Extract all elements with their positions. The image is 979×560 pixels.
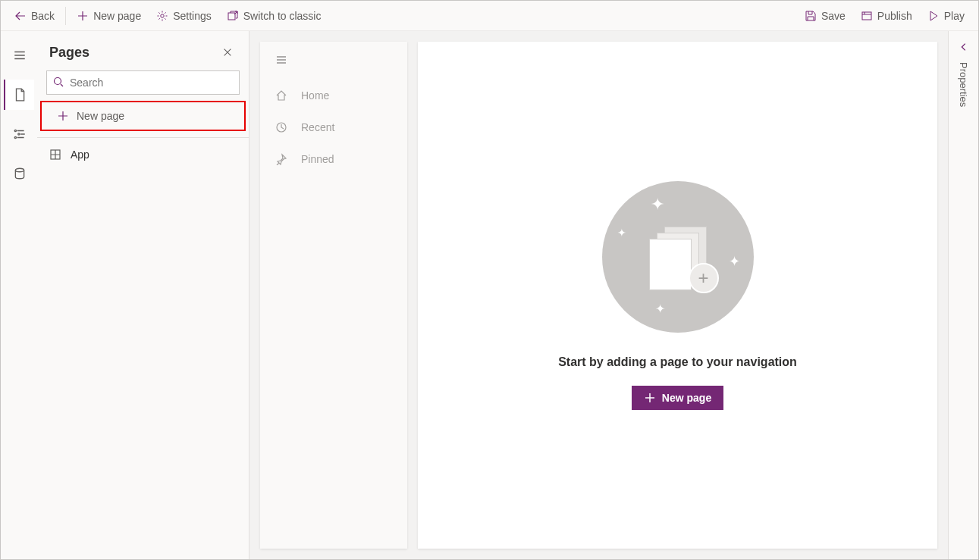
panel-header: Pages (37, 31, 249, 70)
sparkle-icon: ✦ (655, 302, 665, 316)
search-wrap (37, 70, 249, 101)
arrow-left-icon (14, 10, 27, 22)
toolbar-separator (65, 7, 66, 25)
plus-badge-icon: + (689, 263, 719, 293)
hamburger-icon (275, 54, 287, 66)
rail-data-button[interactable] (4, 158, 34, 189)
svg-point-4 (14, 136, 16, 138)
pages-panel: Pages New page App (37, 31, 249, 559)
close-icon (222, 47, 233, 58)
tree-item-app[interactable]: App (37, 141, 249, 168)
nav-item-recent-label: Recent (301, 121, 334, 133)
tree-item-app-label: App (71, 149, 89, 161)
grid-icon (49, 149, 61, 161)
publish-label: Publish (877, 10, 912, 22)
svg-point-5 (18, 133, 20, 135)
new-page-toolbar-button[interactable]: New page (69, 2, 149, 30)
settings-button[interactable]: Settings (149, 2, 219, 30)
page-icon (13, 88, 27, 102)
nav-preview: Home Recent Pinned (260, 42, 407, 549)
publish-button[interactable]: Publish (853, 2, 920, 30)
play-label: Play (944, 10, 965, 22)
panel-new-page-label: New page (77, 110, 124, 122)
rail-tree-button[interactable] (4, 119, 34, 149)
svg-point-0 (161, 14, 164, 17)
panel-new-page-button[interactable]: New page (45, 102, 241, 130)
properties-expand-button[interactable] (959, 42, 969, 55)
nav-item-pinned[interactable]: Pinned (260, 143, 407, 175)
nav-item-pinned-label: Pinned (301, 153, 334, 165)
panel-title: Pages (49, 45, 89, 61)
clock-icon (275, 121, 287, 133)
pin-icon (275, 153, 287, 165)
svg-rect-2 (862, 12, 871, 20)
empty-state-graphic: ✦ ✦ ✦ ✦ + (602, 181, 754, 333)
nav-item-recent[interactable]: Recent (260, 111, 407, 143)
main-area: Pages New page App (1, 31, 978, 559)
svg-point-6 (15, 168, 24, 172)
rail-pages-button[interactable] (4, 80, 34, 110)
hamburger-icon (13, 48, 27, 62)
pages-stack-graphic: + (648, 227, 708, 287)
toolbar-left: Back New page Settings Switch to classic (7, 2, 797, 30)
tree-icon (13, 127, 27, 141)
save-button[interactable]: Save (797, 2, 853, 30)
plus-icon (644, 392, 656, 404)
sparkle-icon: ✦ (651, 195, 664, 214)
svg-point-3 (14, 130, 16, 131)
properties-rail: Properties (948, 31, 978, 559)
home-icon (275, 89, 287, 102)
search-input[interactable] (46, 70, 240, 95)
empty-state-message: Start by adding a page to your navigatio… (558, 355, 797, 369)
canvas-area: Home Recent Pinned ✦ ✦ ✦ ✦ + (249, 31, 948, 559)
empty-new-page-button[interactable]: New page (632, 386, 723, 410)
switch-classic-button[interactable]: Switch to classic (219, 2, 329, 30)
save-icon (805, 10, 817, 22)
database-icon (13, 167, 27, 180)
content-preview: ✦ ✦ ✦ ✦ + Start by adding a page to your… (418, 42, 937, 549)
svg-point-7 (55, 78, 61, 85)
nav-item-home[interactable]: Home (260, 80, 407, 111)
panel-divider (37, 137, 249, 138)
rail-hamburger-button[interactable] (4, 40, 34, 70)
settings-label: Settings (173, 10, 212, 22)
page-rect (649, 239, 692, 290)
gear-icon (156, 10, 168, 22)
publish-icon (861, 10, 873, 22)
top-toolbar: Back New page Settings Switch to classic… (1, 1, 978, 31)
nav-preview-hamburger[interactable] (260, 54, 407, 80)
panel-close-button[interactable] (218, 43, 237, 61)
back-button[interactable]: Back (7, 2, 62, 30)
properties-label: Properties (958, 62, 969, 107)
search-icon (52, 76, 64, 88)
empty-new-page-label: New page (662, 392, 711, 404)
plus-icon (57, 110, 69, 122)
new-page-toolbar-label: New page (93, 10, 141, 22)
highlight-annotation: New page (40, 101, 246, 131)
toolbar-right: Save Publish Play (797, 2, 972, 30)
back-label: Back (31, 10, 55, 22)
left-rail (1, 31, 37, 559)
sparkle-icon: ✦ (729, 253, 740, 270)
play-icon (927, 10, 940, 22)
svg-rect-1 (228, 13, 235, 20)
play-button[interactable]: Play (920, 2, 972, 30)
nav-item-home-label: Home (301, 89, 329, 102)
switch-icon (227, 10, 239, 22)
chevron-left-icon (959, 42, 969, 52)
switch-classic-label: Switch to classic (243, 10, 322, 22)
plus-icon (77, 10, 89, 22)
sparkle-icon: ✦ (617, 227, 626, 239)
save-label: Save (821, 10, 846, 22)
